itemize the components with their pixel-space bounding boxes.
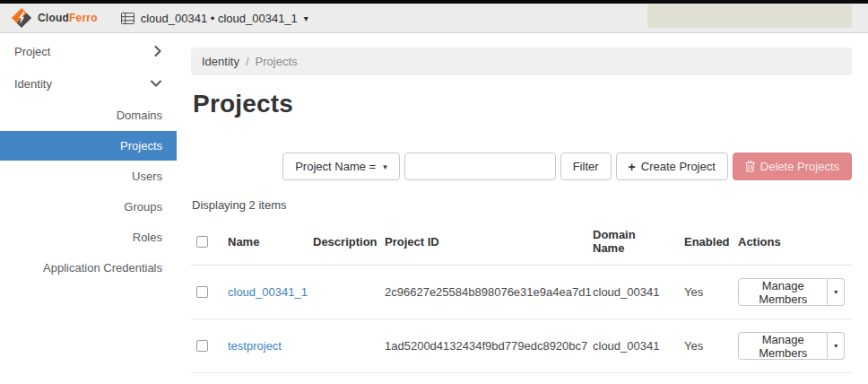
row-checkbox[interactable] <box>196 286 208 298</box>
column-header-enabled: Enabled <box>677 220 731 266</box>
projects-table: Name Description Project ID Domain Name … <box>191 220 852 373</box>
sidebar-item-domains[interactable]: Domains <box>0 100 177 130</box>
table-toolbar: Project Name = ▾ Filter + Create Project… <box>191 153 852 180</box>
breadcrumb-separator: / <box>246 55 249 68</box>
row-checkbox[interactable] <box>196 340 208 352</box>
select-all-checkbox[interactable] <box>196 236 208 248</box>
caret-down-icon: ▾ <box>834 288 838 296</box>
caret-down-icon: ▾ <box>834 342 838 350</box>
caret-down-icon: ▾ <box>383 162 387 171</box>
filter-field-label: Project Name = <box>295 160 376 173</box>
create-project-label: Create Project <box>641 160 716 173</box>
sidebar-item-application-credentials[interactable]: Application Credentials <box>0 253 177 283</box>
caret-down-icon: ▾ <box>304 13 308 23</box>
breadcrumb-projects: Projects <box>256 55 298 68</box>
chevron-down-icon <box>151 80 161 87</box>
table-row: testproject 1ad5200d4132434f9bd779edc892… <box>191 319 852 373</box>
column-header-name[interactable]: Name <box>221 220 306 266</box>
sidebar-section-project[interactable]: Project <box>0 35 177 67</box>
sidebar-section-label: Identity <box>14 77 52 91</box>
project-context-switcher[interactable]: cloud_00341 • cloud_00341_1 ▾ <box>121 12 308 25</box>
column-header-domain-name: Domain Name <box>586 220 677 266</box>
items-count-top: Displaying 2 items <box>192 198 852 212</box>
enabled-cell: Yes <box>677 266 731 319</box>
project-list-icon <box>121 13 135 24</box>
enabled-cell: Yes <box>677 319 731 373</box>
table-row: cloud_00341_1 2c96627e25584b898076e31e9a… <box>191 266 852 319</box>
page-title: Projects <box>193 90 852 118</box>
delete-projects-label: Delete Projects <box>760 160 839 173</box>
project-id-cell: 1ad5200d4132434f9bd779edc8920bc7 <box>378 319 586 373</box>
column-header-actions: Actions <box>731 220 852 266</box>
sidebar-item-roles[interactable]: Roles <box>0 223 177 252</box>
autofill-highlight-box <box>647 4 852 28</box>
plus-icon: + <box>629 161 636 173</box>
row-actions-split-button: Manage Members ▾ <box>738 332 845 360</box>
domain-name-cell: cloud_00341 <box>586 319 677 373</box>
project-name-link[interactable]: cloud_00341_1 <box>228 285 308 299</box>
cloudferro-logo-icon <box>11 7 32 29</box>
manage-members-button[interactable]: Manage Members <box>738 278 828 306</box>
sidebar-item-users[interactable]: Users <box>0 161 177 191</box>
sidebar-nav: Project Identity Domains Projects Users … <box>0 33 177 384</box>
filter-button[interactable]: Filter <box>560 153 612 180</box>
chevron-right-icon <box>154 46 161 57</box>
top-navbar: CloudFerro cloud_00341 • cloud_00341_1 ▾ <box>0 4 868 33</box>
brand-logo-link[interactable]: CloudFerro <box>11 7 98 29</box>
main-content: Identity/Projects Projects Project Name … <box>177 33 868 384</box>
row-actions-dropdown-toggle[interactable]: ▾ <box>828 278 845 306</box>
sidebar-section-label: Project <box>14 45 50 58</box>
brand-name: CloudFerro <box>38 12 98 24</box>
breadcrumb: Identity/Projects <box>191 48 852 75</box>
row-actions-split-button: Manage Members ▾ <box>738 278 845 306</box>
domain-name-cell: cloud_00341 <box>586 266 677 319</box>
column-header-description: Description <box>306 220 378 266</box>
create-project-button[interactable]: + Create Project <box>616 153 728 180</box>
filter-field-dropdown[interactable]: Project Name = ▾ <box>282 153 399 180</box>
column-header-project-id: Project ID <box>378 220 586 266</box>
delete-projects-button[interactable]: Delete Projects <box>733 153 852 180</box>
filter-search-input[interactable] <box>404 153 556 180</box>
sidebar-item-groups[interactable]: Groups <box>0 192 177 222</box>
breadcrumb-identity[interactable]: Identity <box>202 55 239 68</box>
trash-icon <box>745 161 755 172</box>
row-actions-dropdown-toggle[interactable]: ▾ <box>828 332 845 360</box>
project-name-link[interactable]: testproject <box>228 339 282 353</box>
project-id-cell: 2c96627e25584b898076e31e9a4ea7d1 <box>378 266 586 319</box>
sidebar-section-identity[interactable]: Identity <box>0 67 177 100</box>
context-switcher-label: cloud_00341 • cloud_00341_1 <box>141 12 298 25</box>
table-header-row: Name Description Project ID Domain Name … <box>191 220 852 266</box>
manage-members-button[interactable]: Manage Members <box>738 332 828 360</box>
sidebar-item-projects[interactable]: Projects <box>0 131 177 161</box>
project-description-cell <box>306 319 378 373</box>
project-description-cell <box>306 266 378 319</box>
